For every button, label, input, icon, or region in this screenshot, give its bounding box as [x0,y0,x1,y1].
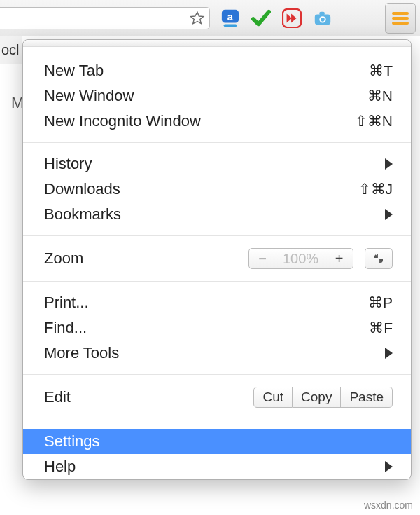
edit-cut-button[interactable]: Cut [253,387,293,408]
menu-item-label: Find... [44,319,369,337]
svg-rect-5 [319,11,324,15]
menu-item-label: Zoom [44,249,248,268]
menu-item-label: New Tab [44,62,369,80]
menu-item-settings[interactable]: Settings [23,429,411,454]
menu-item-shortcut: ⌘F [369,320,393,336]
menu-item-downloads[interactable]: Downloads ⇧⌘J [23,177,411,202]
main-menu-panel: New Tab ⌘T New Window ⌘N New Incognito W… [22,39,412,480]
zoom-controls: − 100% + [248,248,393,269]
menu-item-zoom: Zoom − 100% + [23,245,411,273]
chevron-right-icon [385,158,393,170]
watermark-text: wsxdn.com [364,500,413,511]
menu-item-shortcut: ⇧⌘J [358,181,393,198]
bookmark-star-icon[interactable] [190,11,205,26]
address-bar[interactable] [0,7,210,29]
menu-item-find[interactable]: Find... ⌘F [23,315,411,341]
main-menu-button[interactable] [385,3,416,34]
fullscreen-collapse-icon [373,253,384,264]
zoom-percent-display: 100% [276,248,326,269]
menu-item-label: Settings [44,432,393,451]
zoom-out-button[interactable]: − [248,248,276,269]
svg-point-7 [321,18,325,22]
tab-text-fragment: ocl [1,42,20,58]
menu-item-new-window[interactable]: New Window ⌘N [23,83,411,109]
svg-rect-2 [224,24,237,27]
menu-item-label: Help [44,458,385,476]
menu-item-shortcut: ⌘N [368,88,393,104]
menu-item-label: New Incognito Window [44,112,355,130]
menu-separator [23,235,411,236]
extension-checkmark-icon[interactable] [251,8,272,29]
extension-amazon-icon[interactable]: a [220,8,241,29]
zoom-in-button[interactable]: + [326,248,354,269]
svg-text:a: a [227,10,234,22]
menu-item-help[interactable]: Help [23,454,411,479]
browser-toolbar: a [0,0,420,36]
menu-body: New Tab ⌘T New Window ⌘N New Incognito W… [23,47,411,479]
chevron-right-icon [385,461,393,472]
menu-separator [23,420,411,420]
menu-item-label: New Window [44,87,368,105]
tab-strip-fragment: ocl [0,36,22,64]
chevron-right-icon [385,209,393,220]
menu-item-print[interactable]: Print... ⌘P [23,290,411,315]
menu-item-shortcut: ⇧⌘N [355,113,393,130]
hamburger-icon [392,10,409,27]
chevron-right-icon [385,348,393,359]
menu-separator [23,281,411,282]
menu-item-shortcut: ⌘P [368,294,393,311]
menu-separator [23,142,411,143]
menu-item-new-incognito[interactable]: New Incognito Window ⇧⌘N [23,109,411,134]
menu-item-edit: Edit Cut Copy Paste [23,383,411,411]
menu-item-bookmarks[interactable]: Bookmarks [23,202,411,227]
menu-separator [23,374,411,375]
menu-item-new-tab[interactable]: New Tab ⌘T [23,58,411,83]
menu-item-more-tools[interactable]: More Tools [23,341,411,366]
menu-item-label: Print... [44,294,368,312]
menu-item-label: More Tools [44,344,385,362]
menu-item-label: History [44,155,385,173]
menu-item-history[interactable]: History [23,151,411,177]
extension-camera-icon[interactable] [312,8,333,29]
edit-copy-button[interactable]: Copy [293,387,341,408]
extension-fastforward-icon[interactable] [281,8,302,29]
menu-item-label: Downloads [44,180,358,198]
fullscreen-button[interactable] [365,248,393,269]
menu-header [23,40,411,47]
menu-item-label: Bookmarks [44,205,385,224]
menu-item-label: Edit [44,388,253,406]
edit-paste-button[interactable]: Paste [341,387,393,408]
menu-item-shortcut: ⌘T [369,62,393,79]
extension-row: a [220,8,333,29]
